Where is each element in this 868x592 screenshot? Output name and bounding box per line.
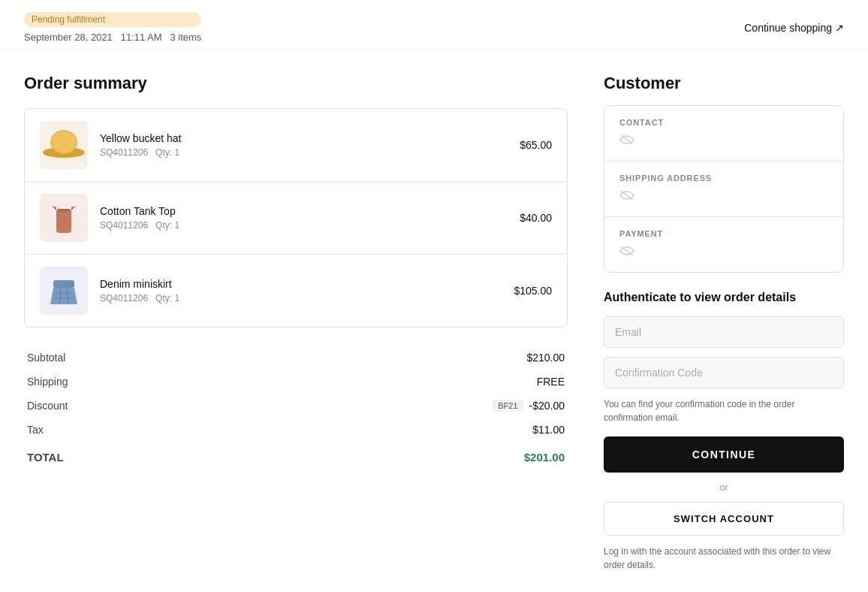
item-name: Denim miniskirt [100,278,514,290]
item-image-tank [40,194,88,242]
total-row: TOTAL $201.00 [27,445,565,470]
shipping-value: FREE [537,376,565,388]
auth-title: Authenticate to view order details [604,291,844,304]
top-bar: Pending fulfillment September 28, 2021 1… [0,0,868,50]
payment-hidden-icon [619,244,634,259]
tax-value: $11.00 [532,424,565,436]
subtotal-value: $210.00 [526,352,565,364]
skirt-illustration [40,267,88,315]
or-divider: or [604,482,844,493]
discount-label: Discount [27,400,68,412]
total-value: $201.00 [524,451,565,464]
subtotal-label: Subtotal [27,352,65,364]
item-image-skirt [40,267,88,315]
order-time: 11:11 AM [121,32,162,43]
shipping-address-section: SHIPPING ADDRESS [604,162,843,217]
tax-label: Tax [27,424,44,436]
contact-section: CONTACT [604,106,843,162]
order-items-card: Yellow bucket hat SQ4011206 Qty: 1 $65.0… [24,108,568,328]
item-meta: SQ4011206 Qty: 1 [100,147,520,158]
left-column: Order summary Yellow bucket hat SQ401120… [24,74,568,470]
customer-title: Customer [604,74,844,93]
svg-rect-8 [53,280,74,288]
item-image-hat [40,121,88,169]
order-summary-title: Order summary [24,74,568,93]
email-input[interactable] [604,316,844,348]
order-items-count: 3 items [170,32,201,43]
shipping-label: Shipping [27,376,68,388]
item-name: Yellow bucket hat [100,132,520,144]
continue-button[interactable]: CONTINUE [604,436,844,473]
switch-hint: Log in with the account associated with … [604,545,844,572]
item-details: Cotton Tank Top SQ4011206 Qty: 1 [100,205,520,231]
continue-shopping-link[interactable]: Continue shopping ↗ [744,22,844,34]
item-meta: SQ4011206 Qty: 1 [100,220,520,231]
total-label: TOTAL [27,451,64,464]
order-item: Yellow bucket hat SQ4011206 Qty: 1 $65.0… [25,109,567,182]
discount-row: Discount BF21 -$20.00 [27,394,565,418]
confirmation-code-input[interactable] [604,357,844,388]
shipping-hidden-icon [619,189,634,204]
svg-rect-5 [56,209,71,233]
shipping-row: Shipping FREE [27,370,565,394]
discount-value-group: BF21 -$20.00 [493,400,565,412]
item-name: Cotton Tank Top [100,205,520,217]
payment-section: PAYMENT [604,217,843,272]
order-meta: September 28, 2021 11:11 AM 3 items [24,32,201,43]
shipping-address-label: SHIPPING ADDRESS [619,174,828,183]
pending-badge: Pending fulfillment [24,12,201,27]
order-date: September 28, 2021 [24,32,113,43]
contact-hidden-icon [619,133,634,148]
tax-row: Tax $11.00 [27,418,565,442]
switch-account-button[interactable]: SWITCH ACCOUNT [604,502,844,536]
continue-shopping-label: Continue shopping [744,22,832,34]
order-status-section: Pending fulfillment September 28, 2021 1… [24,12,201,43]
subtotal-row: Subtotal $210.00 [27,346,565,370]
discount-code-badge: BF21 [493,400,523,412]
customer-card: CONTACT SHIPPING ADDRESS [604,105,844,273]
external-link-icon: ↗ [835,22,844,34]
totals-section: Subtotal $210.00 Shipping FREE Discount … [24,346,568,470]
item-details: Denim miniskirt SQ4011206 Qty: 1 [100,278,514,304]
discount-value: -$20.00 [529,400,565,412]
hat-illustration [40,121,88,169]
item-details: Yellow bucket hat SQ4011206 Qty: 1 [100,132,520,158]
order-item: Cotton Tank Top SQ4011206 Qty: 1 $40.00 [25,182,567,255]
svg-point-3 [52,131,76,153]
main-layout: Order summary Yellow bucket hat SQ401120… [0,50,868,592]
payment-label: PAYMENT [619,229,828,238]
auth-hint: You can find your confirmation code in t… [604,397,844,424]
tank-illustration [40,194,88,242]
svg-rect-6 [58,209,70,212]
right-column: Customer CONTACT SHIPPING ADDRESS [604,74,844,572]
item-price: $105.00 [514,285,552,297]
contact-label: CONTACT [619,118,828,127]
order-item: Denim miniskirt SQ4011206 Qty: 1 $105.00 [25,255,567,327]
item-price: $65.00 [520,139,552,151]
item-meta: SQ4011206 Qty: 1 [100,293,514,304]
item-price: $40.00 [520,212,552,224]
auth-section: Authenticate to view order details You c… [604,291,844,572]
